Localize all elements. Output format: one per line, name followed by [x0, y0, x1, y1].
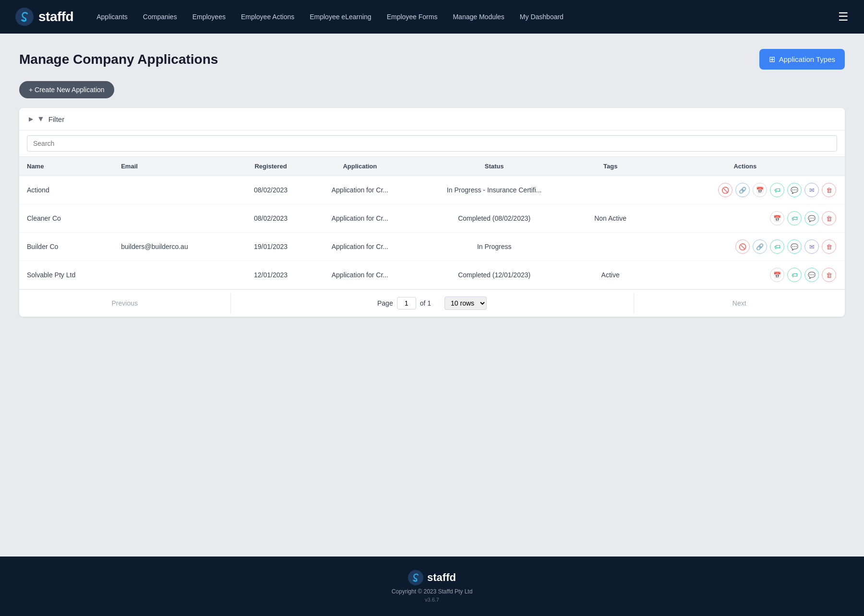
pagination: Previous Page of 1 10 rows 25 rows 50 ro… [19, 289, 845, 317]
previous-button[interactable]: Previous [19, 293, 231, 314]
nav-manage-modules[interactable]: Manage Modules [453, 13, 504, 21]
cell-status: In Progress - Insurance Certifi... [413, 176, 576, 204]
page-title: Manage Company Applications [19, 52, 218, 67]
email-icon[interactable]: ✉ [804, 239, 819, 254]
main-nav: Applicants Companies Employees Employee … [96, 13, 838, 21]
cell-registered: 19/01/2023 [235, 233, 307, 261]
tag-icon[interactable]: 🏷 [770, 239, 784, 254]
rows-per-page-select[interactable]: 10 rows 25 rows 50 rows [444, 296, 487, 310]
footer-logo-text: staffd [427, 571, 456, 584]
page-number-input[interactable] [397, 297, 416, 309]
page-header: Manage Company Applications ⊞ Applicatio… [19, 49, 845, 70]
logo-text: staffd [38, 9, 73, 24]
filter-chevron-icon: ▶ [29, 116, 33, 122]
calendar-icon[interactable]: 📅 [770, 211, 784, 225]
cell-actions: 🚫🔗📅🏷💬✉🗑 [646, 176, 845, 204]
cell-email [113, 204, 235, 233]
trash-icon[interactable]: 🗑 [822, 239, 836, 254]
table-header-row: Name Email Registered Application Status… [19, 157, 845, 176]
col-tags: Tags [576, 157, 646, 176]
nav-companies[interactable]: Companies [143, 13, 177, 21]
filter-bar[interactable]: ▶ ▼ Filter [19, 108, 845, 130]
next-button[interactable]: Next [634, 293, 845, 314]
filter-icon: ▼ [37, 115, 45, 123]
table-row: Cleaner Co 08/02/2023 Application for Cr… [19, 204, 845, 233]
col-status: Status [413, 157, 576, 176]
cell-application: Application for Cr... [307, 233, 413, 261]
link-icon[interactable]: 🔗 [753, 239, 767, 254]
cell-name: Actiond [19, 176, 113, 204]
search-row [19, 130, 845, 157]
nav-employee-elearning[interactable]: Employee eLearning [310, 13, 371, 21]
nav-employee-forms[interactable]: Employee Forms [387, 13, 438, 21]
create-btn-label: + Create New Application [29, 86, 105, 94]
page-label: Page [377, 299, 393, 307]
logo-icon [15, 8, 34, 26]
app-types-label: Application Types [779, 55, 835, 63]
footer-version: v3.6.7 [10, 597, 854, 603]
footer-logo-icon [408, 570, 423, 585]
nav-employee-actions[interactable]: Employee Actions [241, 13, 294, 21]
nav-my-dashboard[interactable]: My Dashboard [520, 13, 564, 21]
main-content: Manage Company Applications ⊞ Applicatio… [0, 34, 864, 557]
trash-icon[interactable]: 🗑 [822, 268, 836, 282]
cell-tags: Active [576, 261, 646, 289]
cell-tags: Non Active [576, 204, 646, 233]
cell-status: Completed (12/01/2023) [413, 261, 576, 289]
trash-icon[interactable]: 🗑 [822, 183, 836, 197]
cell-email [113, 261, 235, 289]
grid-icon: ⊞ [769, 55, 775, 64]
chat-icon[interactable]: 💬 [787, 239, 802, 254]
cell-application: Application for Cr... [307, 204, 413, 233]
tag-icon[interactable]: 🏷 [770, 183, 784, 197]
cell-status: Completed (08/02/2023) [413, 204, 576, 233]
cell-name: Cleaner Co [19, 204, 113, 233]
chat-icon[interactable]: 💬 [787, 183, 802, 197]
col-name: Name [19, 157, 113, 176]
header: staffd Applicants Companies Employees Em… [0, 0, 864, 34]
cell-application: Application for Cr... [307, 261, 413, 289]
footer-logo: staffd [10, 570, 854, 585]
cell-name: Solvable Pty Ltd [19, 261, 113, 289]
block-icon[interactable]: 🚫 [735, 239, 750, 254]
calendar-icon[interactable]: 📅 [770, 268, 784, 282]
chat-icon[interactable]: 💬 [804, 211, 819, 225]
cell-registered: 08/02/2023 [235, 204, 307, 233]
col-actions: Actions [646, 157, 845, 176]
tag-icon[interactable]: 🏷 [787, 211, 802, 225]
table-row: Builder Co builders@builderco.au 19/01/2… [19, 233, 845, 261]
svg-point-1 [408, 570, 423, 585]
cell-actions: 🚫🔗🏷💬✉🗑 [646, 233, 845, 261]
hamburger-menu-icon[interactable]: ☰ [838, 10, 849, 24]
tag-icon[interactable]: 🏷 [787, 268, 802, 282]
chat-icon[interactable]: 💬 [804, 268, 819, 282]
trash-icon[interactable]: 🗑 [822, 211, 836, 225]
email-icon[interactable]: ✉ [804, 183, 819, 197]
cell-application: Application for Cr... [307, 176, 413, 204]
cell-tags [576, 176, 646, 204]
application-types-button[interactable]: ⊞ Application Types [759, 49, 845, 70]
col-application: Application [307, 157, 413, 176]
cell-status: In Progress [413, 233, 576, 261]
footer: staffd Copyright © 2023 Staffd Pty Ltd v… [0, 557, 864, 616]
col-email: Email [113, 157, 235, 176]
link-icon[interactable]: 🔗 [735, 183, 750, 197]
filter-label: Filter [48, 115, 64, 123]
block-icon[interactable]: 🚫 [718, 183, 732, 197]
cell-actions: 📅🏷💬🗑 [646, 204, 845, 233]
pagination-info: Page of 1 10 rows 25 rows 50 rows [231, 290, 634, 317]
table-row: Solvable Pty Ltd 12/01/2023 Application … [19, 261, 845, 289]
cell-email: builders@builderco.au [113, 233, 235, 261]
applications-table: Name Email Registered Application Status… [19, 157, 845, 289]
table-row: Actiond 08/02/2023 Application for Cr...… [19, 176, 845, 204]
nav-applicants[interactable]: Applicants [96, 13, 128, 21]
cell-registered: 12/01/2023 [235, 261, 307, 289]
calendar-icon[interactable]: 📅 [753, 183, 767, 197]
of-label: of 1 [420, 299, 431, 307]
nav-employees[interactable]: Employees [192, 13, 226, 21]
create-new-application-button[interactable]: + Create New Application [19, 81, 114, 98]
search-input[interactable] [27, 135, 837, 152]
cell-email [113, 176, 235, 204]
col-registered: Registered [235, 157, 307, 176]
svg-point-0 [15, 8, 34, 26]
